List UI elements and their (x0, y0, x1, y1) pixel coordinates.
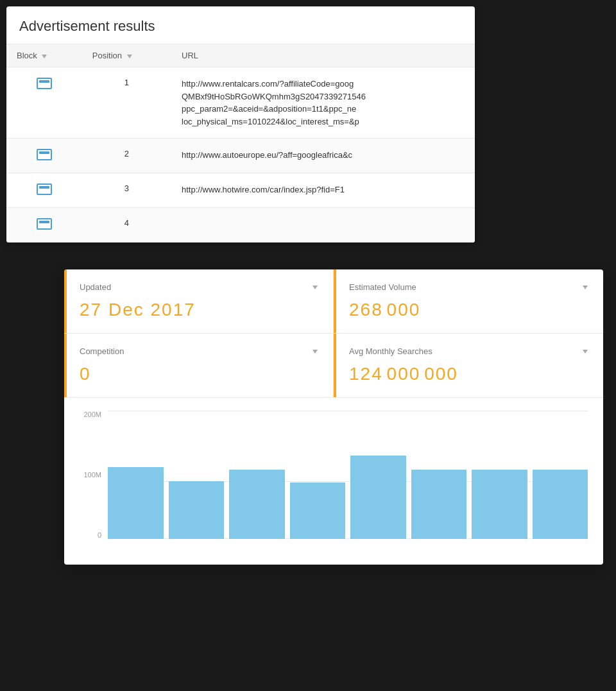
position-cell: 1 (82, 67, 171, 139)
volume-value: 268 000 (349, 300, 588, 320)
chart-bar (350, 456, 406, 539)
competition-value: 0 (80, 364, 318, 384)
url-cell: http://www.rentalcars.com/?affiliateCode… (171, 67, 475, 139)
table-row: 3http://www.hotwire.com/car/index.jsp?fi… (6, 173, 475, 208)
volume-accent-bar (334, 269, 336, 333)
url-cell: http://www.hotwire.com/car/index.jsp?fid… (171, 173, 475, 208)
stat-estimated-volume: Estimated Volume 268 000 (334, 269, 603, 333)
chart-section: 200M 100M 0 (64, 398, 603, 565)
competition-accent-bar (64, 334, 67, 397)
position-cell: 4 (82, 208, 171, 243)
chart-bar (229, 470, 285, 539)
stat-avg-monthly-searches: Avg Monthly Searches 124 000 000 (334, 333, 603, 397)
position-cell: 3 (82, 173, 171, 208)
url-cell: http://www.autoeurope.eu/?aff=googleafri… (171, 139, 475, 173)
ad-results-card: Advertisement results Block Position URL… (6, 6, 475, 243)
avg-searches-accent-bar (334, 334, 336, 397)
ad-results-title: Advertisement results (6, 6, 475, 44)
sort-block-icon (42, 55, 47, 58)
col-url: URL (171, 44, 475, 67)
block-icon (37, 78, 52, 89)
block-cell (6, 208, 82, 243)
chart-bar (290, 482, 346, 539)
bars-wrapper (108, 411, 588, 552)
chart-bar (169, 481, 225, 539)
y-label-100m: 100M (80, 471, 105, 479)
stat-competition: Competition 0 (64, 333, 334, 397)
table-row: 1http://www.rentalcars.com/?affiliateCod… (6, 67, 475, 139)
block-icon (37, 149, 52, 160)
block-cell (6, 67, 82, 139)
block-icon (37, 183, 52, 195)
block-icon (37, 218, 52, 230)
volume-label: Estimated Volume (349, 282, 416, 292)
chart-bar (411, 470, 467, 539)
col-position[interactable]: Position (82, 44, 171, 67)
avg-searches-label: Avg Monthly Searches (349, 346, 432, 356)
chart-bar (472, 470, 527, 539)
stats-card: Updated 27 Dec 2017 Estimated Volume 268… (64, 269, 603, 565)
chart-area: 200M 100M 0 (80, 411, 588, 552)
y-label-200m: 200M (80, 411, 105, 418)
chart-bars-container (108, 411, 588, 552)
block-cell (6, 173, 82, 208)
block-cell (6, 139, 82, 173)
volume-sort-icon[interactable] (583, 286, 588, 289)
stats-grid: Updated 27 Dec 2017 Estimated Volume 268… (64, 269, 603, 398)
avg-searches-sort-icon[interactable] (583, 350, 588, 354)
position-cell: 2 (82, 139, 171, 173)
url-cell (171, 208, 475, 243)
chart-y-labels: 200M 100M 0 (80, 411, 105, 539)
y-label-0: 0 (80, 531, 105, 539)
col-block[interactable]: Block (6, 44, 82, 67)
competition-sort-icon[interactable] (312, 350, 318, 354)
updated-accent-bar (64, 269, 67, 333)
stat-updated: Updated 27 Dec 2017 (64, 269, 334, 333)
chart-bar (108, 467, 164, 539)
table-row: 4 (6, 208, 475, 243)
avg-searches-value: 124 000 000 (349, 364, 588, 384)
competition-label: Competition (80, 346, 124, 356)
chart-bar (533, 470, 588, 539)
updated-sort-icon[interactable] (312, 286, 318, 289)
table-row: 2http://www.autoeurope.eu/?aff=googleafr… (6, 139, 475, 173)
updated-label: Updated (80, 282, 111, 292)
updated-value: 27 Dec 2017 (80, 300, 318, 320)
ad-results-table: Block Position URL 1http://www.rentalcar… (6, 44, 475, 243)
sort-position-icon (127, 55, 132, 58)
